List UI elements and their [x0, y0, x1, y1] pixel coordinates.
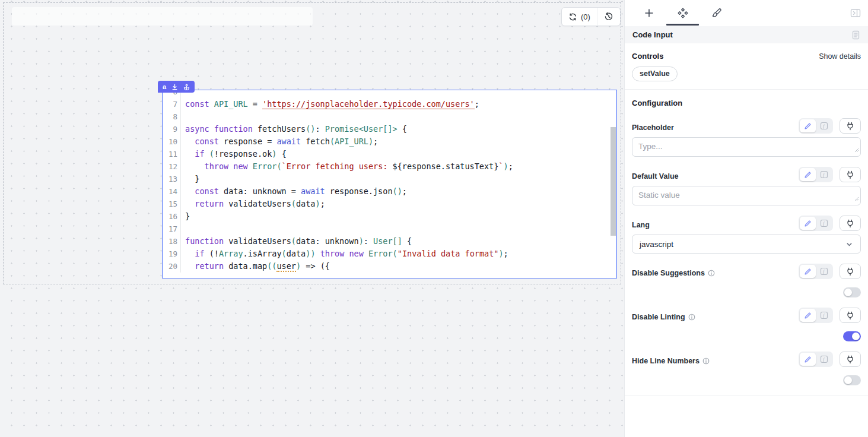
fx-mode-button[interactable]: f: [816, 119, 832, 132]
tab-styles[interactable]: [700, 0, 733, 26]
line-number: 11: [163, 148, 181, 160]
collapse-panel-button[interactable]: [850, 8, 861, 18]
toggle-knob: [852, 332, 860, 340]
bind-data-button[interactable]: [840, 216, 861, 231]
editor-scrollbar[interactable]: [611, 127, 616, 236]
fx-icon: f: [820, 355, 828, 363]
field-label: Lang: [632, 221, 650, 229]
svg-text:f: f: [823, 123, 825, 129]
anchor-icon[interactable]: [183, 84, 190, 90]
lang-select[interactable]: javascript: [632, 235, 861, 254]
bind-data-button[interactable]: [840, 352, 861, 367]
brush-icon: [711, 8, 722, 19]
field-default-value: Default Value f Static value: [632, 167, 861, 205]
manual-mode-button[interactable]: [800, 309, 816, 322]
plug-icon: [846, 122, 854, 131]
editor-mode-switch: f: [799, 216, 833, 231]
fx-mode-button[interactable]: f: [816, 265, 832, 278]
widget-label-badge: a: [163, 84, 166, 90]
field-label: Default Value: [632, 172, 679, 180]
widget-title-bar: Code Input: [625, 26, 868, 43]
line-number: 19: [163, 248, 181, 260]
line-number: 9: [163, 123, 181, 135]
tab-add-component[interactable]: [632, 0, 666, 26]
code-text: const API_URL = 'https://jsonplaceholder…: [181, 98, 616, 110]
line-number: 20: [163, 260, 181, 273]
refresh-queries-button[interactable]: (0): [562, 8, 597, 26]
canvas-drop-hint: [12, 7, 313, 26]
bind-data-button[interactable]: [840, 118, 861, 134]
arrow-down-to-line-icon[interactable]: [171, 84, 178, 90]
fx-icon: f: [820, 219, 828, 227]
fx-mode-button[interactable]: f: [816, 309, 832, 322]
toggle-knob: [844, 376, 852, 384]
code-text: [181, 90, 616, 98]
resize-handle-icon[interactable]: [854, 197, 859, 201]
hide-line-numbers-toggle[interactable]: [843, 375, 861, 385]
line-number: 15: [163, 198, 181, 210]
line-number: 8: [163, 110, 181, 123]
fx-mode-button[interactable]: f: [816, 353, 832, 366]
code-text: const data: unknown = await response.jso…: [181, 185, 616, 198]
line-number: 12: [163, 160, 181, 173]
code-line: 12 throw new Error(`Error fetching users…: [163, 160, 616, 173]
placeholder-input[interactable]: Type...: [632, 137, 861, 157]
toggle-knob: [844, 289, 852, 296]
code-line: 16}: [163, 210, 616, 223]
fx-icon: f: [820, 311, 828, 319]
svg-text:f: f: [823, 172, 825, 178]
pencil-icon: [804, 356, 812, 363]
tab-components[interactable]: [666, 0, 700, 26]
code-line: 14 const data: unknown = await response.…: [163, 185, 616, 198]
docs-button[interactable]: [851, 30, 860, 40]
field-label: Hide Line Numbers: [632, 357, 700, 365]
bind-data-button[interactable]: [840, 167, 861, 182]
manual-mode-button[interactable]: [800, 265, 816, 278]
code-text: [181, 223, 616, 235]
default-value-input[interactable]: Static value: [632, 186, 861, 205]
history-button[interactable]: [597, 8, 620, 26]
code-text: if (!response.ok) {: [181, 148, 616, 160]
bind-data-button[interactable]: [840, 264, 861, 279]
pencil-icon: [804, 171, 812, 179]
disable-suggestions-toggle[interactable]: [843, 287, 861, 297]
fx-icon: f: [820, 267, 828, 276]
history-icon: [604, 12, 613, 21]
code-line: 9async function fetchUsers(): Promise<Us…: [163, 123, 616, 135]
plug-icon: [846, 311, 854, 320]
field-disable-suggestions: Disable Suggestions f: [632, 264, 861, 297]
bind-data-button[interactable]: [840, 308, 861, 323]
info-icon: [708, 270, 715, 277]
manual-mode-button[interactable]: [800, 353, 816, 366]
fx-mode-button[interactable]: f: [816, 217, 832, 230]
fx-icon: f: [820, 122, 828, 130]
code-text: }: [181, 210, 616, 223]
configuration-section-title: Configuration: [632, 99, 682, 107]
chevron-down-icon: [845, 240, 853, 248]
code-text: const response = await fetch(API_URL);: [181, 135, 616, 148]
document-icon: [851, 30, 860, 40]
line-number: 18: [163, 235, 181, 248]
section-divider: [625, 395, 868, 395]
fx-mode-button[interactable]: f: [816, 168, 832, 181]
svg-text:f: f: [823, 312, 825, 318]
svg-text:f: f: [823, 220, 825, 226]
code-text: }: [181, 173, 616, 185]
show-details-link[interactable]: Show details: [819, 52, 861, 61]
manual-mode-button[interactable]: [800, 119, 816, 132]
canvas-query-controls: (0): [561, 7, 621, 26]
code-text: return validateUsers(data);: [181, 198, 616, 210]
app-canvas[interactable]: (0) a 67const API_URL = 'https://jsonpla…: [0, 0, 624, 437]
disable-linting-toggle[interactable]: [843, 331, 861, 341]
plug-icon: [846, 267, 854, 276]
manual-mode-button[interactable]: [800, 168, 816, 181]
code-line: 17: [163, 223, 616, 235]
field-placeholder: Placeholder f Type...: [632, 118, 861, 157]
manual-mode-button[interactable]: [800, 217, 816, 230]
resize-handle-icon[interactable]: [854, 148, 859, 153]
code-line: 11 if (!response.ok) {: [163, 148, 616, 160]
code-input-widget[interactable]: a 67const API_URL = 'https://jsonplaceho…: [162, 90, 617, 278]
method-chip-setvalue[interactable]: setValue: [632, 66, 678, 81]
code-editor[interactable]: 67const API_URL = 'https://jsonplacehold…: [163, 90, 616, 278]
code-line: 15 return validateUsers(data);: [163, 198, 616, 210]
